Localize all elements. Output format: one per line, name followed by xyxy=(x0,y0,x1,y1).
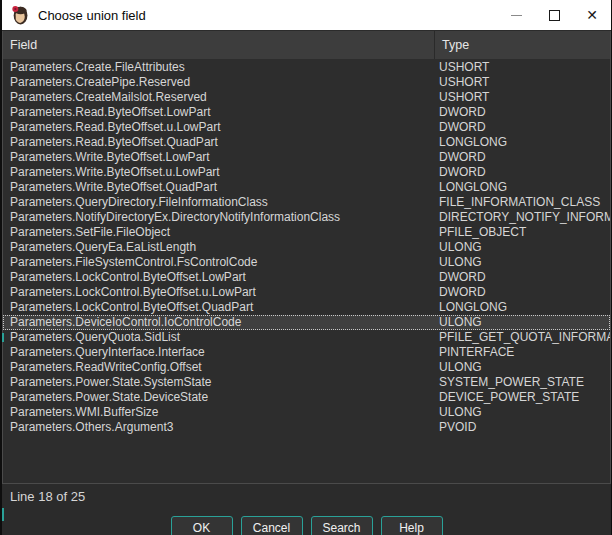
type-cell: PFILE_OBJECT xyxy=(435,225,610,240)
table-row[interactable]: Parameters.Create.FileAttributesUSHORT xyxy=(3,60,610,75)
field-cell: Parameters.CreatePipe.Reserved xyxy=(3,75,435,90)
window-edge-highlight xyxy=(2,333,4,342)
field-cell: Parameters.LockControl.ByteOffset.QuadPa… xyxy=(3,300,435,315)
table-row[interactable]: Parameters.CreatePipe.ReservedUSHORT xyxy=(3,75,610,90)
table-row[interactable]: Parameters.QueryQuota.SidListPFILE_GET_Q… xyxy=(3,330,610,345)
close-icon: ✕ xyxy=(586,8,598,22)
type-cell: DEVICE_POWER_STATE xyxy=(435,390,610,405)
type-cell: ULONG xyxy=(435,405,610,420)
table-header: Field Type xyxy=(3,31,610,59)
field-cell: Parameters.NotifyDirectoryEx.DirectoryNo… xyxy=(3,210,435,225)
field-cell: Parameters.Write.ByteOffset.QuadPart xyxy=(3,180,435,195)
type-cell: LONGLONG xyxy=(435,135,610,150)
table-row[interactable]: Parameters.Write.ByteOffset.u.LowPartDWO… xyxy=(3,165,610,180)
table-row[interactable]: Parameters.LockControl.ByteOffset.LowPar… xyxy=(3,270,610,285)
status-bar: Line 18 of 25 xyxy=(2,484,611,508)
table-row[interactable]: Parameters.LockControl.ByteOffset.QuadPa… xyxy=(3,300,610,315)
choose-union-field-dialog: Choose union field ✕ Field Type Paramete… xyxy=(0,0,612,535)
field-cell: Parameters.Power.State.DeviceState xyxy=(3,390,435,405)
window-title: Choose union field xyxy=(38,8,497,23)
table-row[interactable]: Parameters.WMI.BufferSizeULONG xyxy=(3,405,610,420)
table-row[interactable]: Parameters.QueryInterface.InterfacePINTE… xyxy=(3,345,610,360)
field-cell: Parameters.Read.ByteOffset.QuadPart xyxy=(3,135,435,150)
maximize-button[interactable] xyxy=(535,0,573,30)
field-cell: Parameters.Read.ByteOffset.LowPart xyxy=(3,105,435,120)
table-row[interactable]: Parameters.ReadWriteConfig.OffsetULONG xyxy=(3,360,610,375)
field-cell: Parameters.Power.State.SystemState xyxy=(3,375,435,390)
status-line-indicator: Line 18 of 25 xyxy=(2,489,85,504)
table-row[interactable]: Parameters.Power.State.DeviceStateDEVICE… xyxy=(3,390,610,405)
field-cell: Parameters.QueryEa.EaListLength xyxy=(3,240,435,255)
minimize-button[interactable] xyxy=(497,0,535,30)
cancel-button[interactable]: Cancel xyxy=(241,516,303,535)
field-cell: Parameters.QueryDirectory.FileInformatio… xyxy=(3,195,435,210)
field-cell: Parameters.ReadWriteConfig.Offset xyxy=(3,360,435,375)
union-field-table: Field Type Parameters.Create.FileAttribu… xyxy=(2,31,611,484)
field-cell: Parameters.Others.Argument3 xyxy=(3,420,435,435)
type-cell: USHORT xyxy=(435,75,610,90)
field-cell: Parameters.DeviceIoControl.IoControlCode xyxy=(3,315,435,330)
table-row[interactable]: Parameters.QueryEa.EaListLengthULONG xyxy=(3,240,610,255)
type-cell: ULONG xyxy=(435,255,610,270)
column-header-field[interactable]: Field xyxy=(3,38,434,52)
type-cell: DWORD xyxy=(435,150,610,165)
field-cell: Parameters.LockControl.ByteOffset.LowPar… xyxy=(3,270,435,285)
table-row[interactable]: Parameters.Read.ByteOffset.QuadPartLONGL… xyxy=(3,135,610,150)
type-cell: ULONG xyxy=(435,315,610,330)
field-cell: Parameters.Write.ByteOffset.u.LowPart xyxy=(3,165,435,180)
app-lady-icon xyxy=(10,5,30,25)
type-cell: ULONG xyxy=(435,240,610,255)
column-header-type[interactable]: Type xyxy=(435,38,610,52)
field-cell: Parameters.Read.ByteOffset.u.LowPart xyxy=(3,120,435,135)
table-row[interactable]: Parameters.Read.ByteOffset.u.LowPartDWOR… xyxy=(3,120,610,135)
table-row[interactable]: Parameters.Power.State.SystemStateSYSTEM… xyxy=(3,375,610,390)
search-button[interactable]: Search xyxy=(311,516,373,535)
type-cell: ULONG xyxy=(435,360,610,375)
type-cell: LONGLONG xyxy=(435,180,610,195)
type-cell: DWORD xyxy=(435,165,610,180)
table-row[interactable]: Parameters.LockControl.ByteOffset.u.LowP… xyxy=(3,285,610,300)
close-button[interactable]: ✕ xyxy=(573,0,611,30)
type-cell: PFILE_GET_QUOTA_INFORMATI... xyxy=(435,330,610,345)
type-cell: LONGLONG xyxy=(435,300,610,315)
type-cell: PINTERFACE xyxy=(435,345,610,360)
type-cell: DWORD xyxy=(435,285,610,300)
type-cell: USHORT xyxy=(435,60,610,75)
field-cell: Parameters.QueryInterface.Interface xyxy=(3,345,435,360)
field-cell: Parameters.QueryQuota.SidList xyxy=(3,330,435,345)
help-button[interactable]: Help xyxy=(381,516,443,535)
table-row[interactable]: Parameters.SetFile.FileObjectPFILE_OBJEC… xyxy=(3,225,610,240)
type-cell: DIRECTORY_NOTIFY_INFORMA... xyxy=(435,210,610,225)
ok-button[interactable]: OK xyxy=(171,516,233,535)
type-cell: FILE_INFORMATION_CLASS xyxy=(435,195,610,210)
field-cell: Parameters.CreateMailslot.Reserved xyxy=(3,90,435,105)
field-cell: Parameters.SetFile.FileObject xyxy=(3,225,435,240)
table-row[interactable]: Parameters.FileSystemControl.FsControlCo… xyxy=(3,255,610,270)
dialog-button-row: OK Cancel Search Help xyxy=(2,516,611,535)
field-cell: Parameters.WMI.BufferSize xyxy=(3,405,435,420)
title-bar[interactable]: Choose union field ✕ xyxy=(2,0,611,30)
table-row[interactable]: Parameters.NotifyDirectoryEx.DirectoryNo… xyxy=(3,210,610,225)
type-cell: DWORD xyxy=(435,120,610,135)
table-row[interactable]: Parameters.Others.Argument3PVOID xyxy=(3,420,610,435)
type-cell: SYSTEM_POWER_STATE xyxy=(435,375,610,390)
type-cell: DWORD xyxy=(435,105,610,120)
type-cell: USHORT xyxy=(435,90,610,105)
table-row[interactable]: Parameters.DeviceIoControl.IoControlCode… xyxy=(3,315,610,330)
table-row[interactable]: Parameters.CreateMailslot.ReservedUSHORT xyxy=(3,90,610,105)
field-cell: Parameters.Create.FileAttributes xyxy=(3,60,435,75)
field-cell: Parameters.FileSystemControl.FsControlCo… xyxy=(3,255,435,270)
type-cell: DWORD xyxy=(435,270,610,285)
field-cell: Parameters.LockControl.ByteOffset.u.LowP… xyxy=(3,285,435,300)
type-cell: PVOID xyxy=(435,420,610,435)
minimize-icon xyxy=(511,15,522,16)
table-row[interactable]: Parameters.Write.ByteOffset.LowPartDWORD xyxy=(3,150,610,165)
table-row[interactable]: Parameters.Write.ByteOffset.QuadPartLONG… xyxy=(3,180,610,195)
field-list: Parameters.Create.FileAttributesUSHORTPa… xyxy=(3,60,610,483)
field-cell: Parameters.Write.ByteOffset.LowPart xyxy=(3,150,435,165)
table-row[interactable]: Parameters.Read.ByteOffset.LowPartDWORD xyxy=(3,105,610,120)
table-row[interactable]: Parameters.QueryDirectory.FileInformatio… xyxy=(3,195,610,210)
maximize-icon xyxy=(549,10,560,21)
